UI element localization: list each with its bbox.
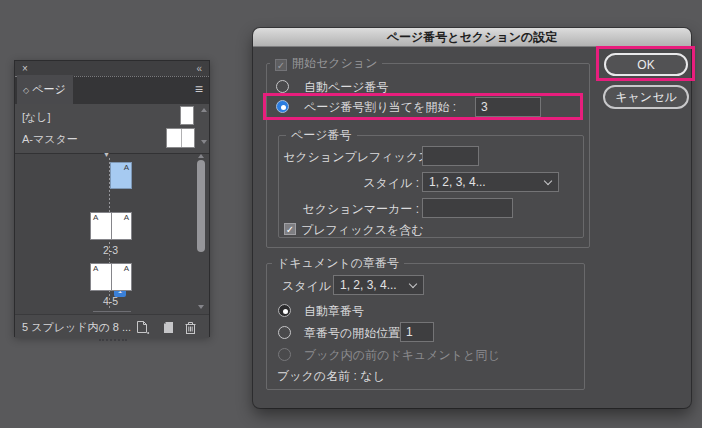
panel-toggle-icon[interactable]: ◇ xyxy=(23,86,29,95)
section-start-icon: ▼ xyxy=(103,151,110,158)
start-page-number-radio[interactable] xyxy=(276,100,289,113)
chapter-start-input[interactable] xyxy=(400,322,434,342)
page-thumbnail-3[interactable]: A xyxy=(111,212,132,240)
cancel-button[interactable]: キャンセル xyxy=(603,85,689,109)
page-thumbnail-2[interactable]: A xyxy=(90,212,111,240)
start-page-number-label[interactable]: ページ番号割り当てを開始 : xyxy=(304,99,456,116)
master-item-a-label[interactable]: A-マスター xyxy=(22,132,78,147)
edit-page-size-icon[interactable] xyxy=(135,320,150,335)
section-prefix-input[interactable] xyxy=(422,146,479,166)
page-thumbnail-5[interactable]: A xyxy=(111,263,132,291)
master-letter: A xyxy=(93,213,98,222)
master-letter: A xyxy=(124,163,129,172)
page-number-section-dialog: ページ番号とセクションの設定 ✓開始セクション 自動ページ番号 ページ番号割り当… xyxy=(253,28,691,408)
master-letter: A xyxy=(124,213,129,222)
pages-panel-statusbar: 5 スプレッド内の 8 ... xyxy=(15,314,209,338)
style-dropdown[interactable]: 1, 2, 3, 4... xyxy=(422,172,559,192)
collapse-panel-icon[interactable]: « xyxy=(196,61,202,76)
start-page-number-input[interactable] xyxy=(475,97,541,117)
page-count-status: 5 スプレッド内の 8 ... xyxy=(22,320,131,335)
page-thumbnail-4[interactable]: A xyxy=(90,263,111,291)
same-as-previous-label: ブック内の前のドキュメントと同じ xyxy=(304,347,500,364)
chevron-down-icon xyxy=(544,177,552,185)
start-section-label: 開始セクション xyxy=(292,56,377,70)
include-prefix-checkbox[interactable]: ✓ xyxy=(284,223,296,235)
master-a-spread-icon[interactable] xyxy=(166,128,195,148)
start-section-legend: ✓開始セクション xyxy=(270,55,382,72)
auto-chapter-number-label[interactable]: 自動章番号 xyxy=(304,303,364,320)
auto-page-number-label[interactable]: 自動ページ番号 xyxy=(304,79,389,96)
document-pages-section: ▼ A 1 A A 2-3 A A 4-5 xyxy=(15,154,209,314)
pages-panel-header: × « xyxy=(15,61,209,76)
pages-scroll-up-icon[interactable] xyxy=(198,154,204,158)
spread-label-4-5: 4-5 xyxy=(90,295,131,307)
panel-menu-icon[interactable]: ≡ xyxy=(195,82,203,96)
master-letter: A xyxy=(124,264,129,273)
pages-panel: × « ◇ページ ≡ [なし] A-マスター ▼ A 1 A xyxy=(14,60,210,337)
masters-scroll-up-icon[interactable] xyxy=(201,108,207,112)
section-marker-label: セクションマーカー : xyxy=(283,201,419,218)
tab-pages[interactable]: ◇ページ xyxy=(17,75,73,104)
dialog-title: ページ番号とセクションの設定 xyxy=(387,30,558,44)
master-item-none-label[interactable]: [なし] xyxy=(22,110,51,125)
page-number-legend: ページ番号 xyxy=(286,127,357,144)
application-workspace: × « ◇ページ ≡ [なし] A-マスター ▼ A 1 A xyxy=(0,0,702,428)
style-label: スタイル : xyxy=(283,175,419,192)
include-prefix-label[interactable]: プレフィックスを含む xyxy=(301,222,424,239)
section-marker-input[interactable] xyxy=(422,198,513,218)
panel-resize-grip[interactable] xyxy=(99,339,127,342)
delete-page-trash-icon[interactable] xyxy=(183,320,198,335)
style-dropdown-value: 1, 2, 3, 4... xyxy=(429,175,486,189)
pages-scrollbar-thumb[interactable] xyxy=(197,160,205,252)
auto-page-number-radio[interactable] xyxy=(276,80,289,93)
chevron-down-icon xyxy=(409,280,417,288)
master-none-page-icon[interactable] xyxy=(180,106,194,125)
masters-section: [なし] A-マスター xyxy=(15,104,209,153)
chapter-start-radio[interactable] xyxy=(278,326,291,339)
auto-chapter-number-radio[interactable] xyxy=(278,304,291,317)
book-name-label: ブックの名前 : なし xyxy=(277,368,385,385)
chapter-style-dropdown[interactable]: 1, 2, 3, 4... xyxy=(333,275,424,295)
ok-button[interactable]: OK xyxy=(604,53,688,76)
pages-hscrollbar[interactable] xyxy=(93,311,131,312)
masters-scroll-down-icon[interactable] xyxy=(201,140,207,144)
dialog-titlebar[interactable]: ページ番号とセクションの設定 xyxy=(253,28,691,47)
start-section-checkbox[interactable]: ✓ xyxy=(275,59,287,71)
close-icon[interactable]: × xyxy=(22,61,28,76)
page-thumbnail-1[interactable]: A xyxy=(110,162,132,189)
same-as-previous-radio xyxy=(278,348,291,361)
chapter-style-value: 1, 2, 3, 4... xyxy=(340,278,397,292)
pages-scroll-down-icon[interactable] xyxy=(198,305,204,309)
spread-label-2-3: 2-3 xyxy=(90,244,131,256)
chapter-start-label[interactable]: 章番号の開始位置 : xyxy=(304,325,407,342)
master-letter: A xyxy=(93,264,98,273)
tab-pages-label: ページ xyxy=(32,83,66,95)
chapter-style-label: スタイル : xyxy=(282,278,338,295)
chapter-number-legend: ドキュメントの章番号 xyxy=(272,255,404,272)
new-page-icon[interactable] xyxy=(162,320,177,335)
section-prefix-label: セクションプレフィックス : xyxy=(283,149,419,166)
